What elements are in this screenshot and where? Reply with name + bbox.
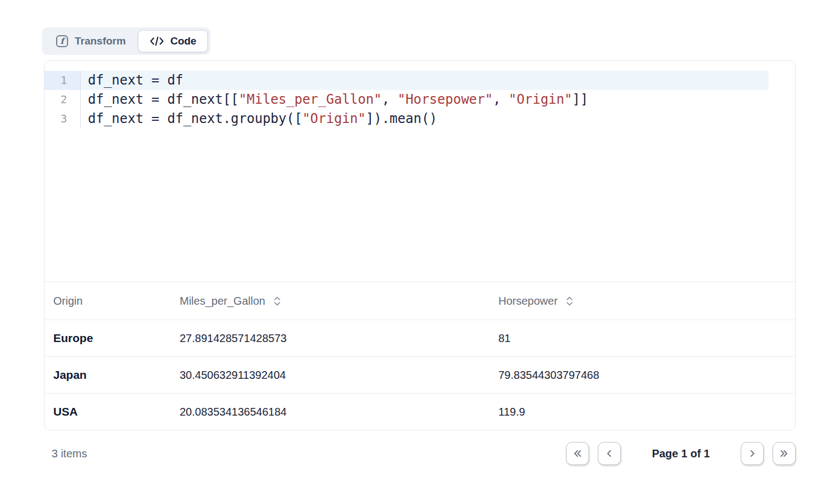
page-indicator: Page 1 of 1 (652, 447, 710, 460)
view-mode-tabs: f Transform Code (42, 27, 210, 55)
items-count: 3 items (52, 447, 87, 460)
double-chevron-right-icon (779, 448, 790, 459)
code-line[interactable]: 1 df_next = df (45, 71, 795, 90)
sort-control-horsepower[interactable]: Horsepower (498, 295, 795, 307)
pagination: Page 1 of 1 (566, 442, 796, 465)
code-brackets-icon (149, 36, 164, 47)
next-page-button[interactable] (741, 442, 764, 465)
code-line[interactable]: 2 df_next = df_next[["Miles_per_Gallon",… (45, 90, 795, 109)
cell-miles-per-gallon: 27.891428571428573 (180, 332, 498, 345)
cell-origin: Japan (45, 368, 180, 382)
tab-transform[interactable]: f Transform (45, 30, 137, 52)
cell-miles-per-gallon: 20.083534136546184 (180, 406, 498, 418)
svg-text:f: f (60, 36, 66, 46)
cell-miles-per-gallon: 30.450632911392404 (180, 369, 498, 382)
cell-origin: USA (45, 405, 180, 418)
code-line[interactable]: 3 df_next = df_next.groupby(["Origin"]).… (45, 109, 795, 128)
sort-control-miles-per-gallon[interactable]: Miles_per_Gallon (180, 295, 498, 307)
code-editor[interactable]: 1 df_next = df 2 df_next = df_next[["Mil… (45, 61, 795, 282)
code-line-content[interactable]: df_next = df (81, 71, 769, 90)
cell-origin: Europe (45, 332, 180, 345)
sort-icon[interactable] (565, 296, 574, 306)
chevron-left-icon (604, 448, 615, 459)
column-header-origin: Origin (45, 295, 180, 307)
last-page-button[interactable] (773, 442, 796, 465)
table-row: USA 20.083534136546184 119.9 (45, 393, 795, 430)
cell-horsepower: 119.9 (498, 406, 795, 418)
table-row: Japan 30.450632911392404 79.835443037974… (45, 356, 795, 393)
first-page-button[interactable] (566, 442, 589, 465)
tab-transform-label: Transform (75, 35, 126, 47)
table-row: Europe 27.891428571428573 81 (45, 320, 795, 356)
code-and-results-panel: 1 df_next = df 2 df_next = df_next[["Mil… (44, 60, 796, 430)
code-line-content[interactable]: df_next = df_next[["Miles_per_Gallon", "… (81, 90, 795, 109)
line-number: 2 (45, 90, 81, 109)
sort-icon[interactable] (273, 296, 281, 306)
tab-code[interactable]: Code (138, 30, 208, 52)
code-line-content[interactable]: df_next = df_next.groupby(["Origin"]).me… (81, 109, 795, 128)
previous-page-button[interactable] (598, 442, 621, 465)
transform-code-view: f Transform Code 1 df_next = df (0, 0, 833, 504)
column-header-horsepower: Horsepower (498, 295, 795, 307)
line-number: 3 (45, 109, 81, 128)
double-chevron-left-icon (572, 448, 583, 459)
table-header-row: Origin Miles_per_Gallon Horsepower (45, 282, 795, 320)
function-icon: f (55, 35, 69, 48)
table-footer: 3 items Page 1 of 1 (43, 434, 796, 473)
cell-horsepower: 81 (498, 332, 795, 345)
line-number: 1 (45, 71, 81, 90)
chevron-right-icon (747, 448, 758, 459)
tab-code-label: Code (170, 35, 197, 47)
cell-horsepower: 79.83544303797468 (498, 369, 795, 382)
column-header-miles-per-gallon: Miles_per_Gallon (180, 295, 498, 307)
